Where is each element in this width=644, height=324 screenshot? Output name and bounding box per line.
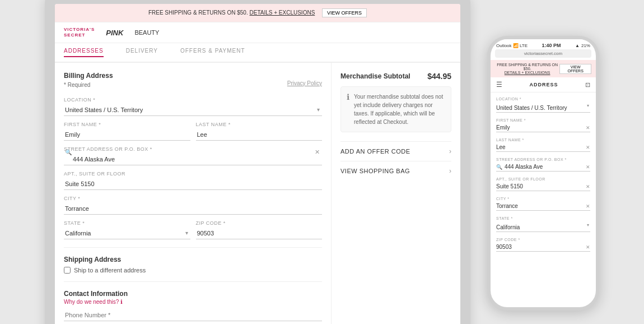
phone-nav-title: ADDRESS	[529, 82, 558, 87]
phone-city-input[interactable]	[496, 202, 586, 210]
phone-last-name-group: LAST NAME * ✕	[496, 138, 590, 152]
phone-state-label: STATE *	[496, 216, 590, 220]
last-name-input[interactable]	[196, 129, 323, 141]
phone-zip-label: ZIP CODE *	[496, 238, 590, 242]
phone-last-name-input[interactable]	[496, 143, 586, 151]
location-select[interactable]: United States / U.S. Territory	[64, 104, 322, 116]
banner-details-link[interactable]: DETAILS + EXCLUSIONS	[250, 10, 315, 16]
view-bag-row[interactable]: VIEW SHOPPING BAG ›	[340, 161, 451, 180]
phone-state-select[interactable]: California	[496, 223, 590, 232]
laptop: FREE SHIPPING & RETURNS ON $50. DETAILS …	[45, 0, 470, 324]
phone-group	[64, 309, 322, 321]
contact-why: Why do we need this? ℹ	[64, 299, 322, 305]
add-offer-arrow: ›	[449, 147, 451, 155]
nav-beauty[interactable]: BEAUTY	[134, 29, 159, 36]
step-delivery[interactable]: DELIVERY	[126, 48, 158, 57]
city-group: CITY *	[64, 196, 322, 215]
phone-apt-group: APT., SUITE OR FLOOR ✕	[496, 177, 590, 191]
main-content: Billing Address * Required Privacy Polic…	[55, 63, 460, 324]
merch-subtotal-row: Merchandise Subtotal $44.95	[340, 72, 451, 81]
phone-apt-label: APT., SUITE OR FLOOR	[496, 177, 590, 181]
ship-different-label[interactable]: Ship to a different address	[64, 267, 322, 274]
shipping-section: Shipping Address Ship to a different add…	[64, 256, 322, 274]
phone-last-name-clear[interactable]: ✕	[586, 145, 590, 150]
phone-street-label: STREET ADDRESS OR P.O. BOX *	[496, 158, 590, 161]
privacy-link[interactable]: Privacy Policy	[287, 80, 322, 86]
phone-city-wrapper: ✕	[496, 202, 590, 211]
step-addresses[interactable]: ADDRESSES	[64, 48, 104, 57]
phone-first-name-label: FIRST NAME *	[496, 118, 590, 122]
phone-nav-copy-icon[interactable]: ⊡	[585, 81, 590, 89]
contact-why-icon[interactable]: ℹ	[120, 299, 123, 305]
phone-zip-clear[interactable]: ✕	[586, 244, 590, 250]
first-name-group: FIRST NAME *	[64, 122, 190, 141]
location-label: LOCATION *	[64, 97, 322, 103]
phone-signal: ▲	[575, 43, 580, 48]
zip-input[interactable]	[196, 228, 323, 239]
phone-first-name-input[interactable]	[496, 123, 586, 132]
zip-group: ZIP CODE *	[196, 220, 323, 239]
phone-street-wrapper: 🔍 ✕	[496, 163, 590, 172]
city-input[interactable]	[64, 203, 322, 215]
name-row: FIRST NAME * LAST NAME *	[64, 122, 322, 141]
laptop-screen: FREE SHIPPING & RETURNS ON $50. DETAILS …	[55, 4, 460, 324]
phone-banner-btn[interactable]: VIEW OFFERS	[559, 64, 591, 74]
phone-last-name-wrapper: ✕	[496, 143, 590, 152]
street-input[interactable]	[64, 154, 322, 165]
phone-carrier: Outlook 📶 LTE	[496, 43, 528, 48]
zip-label: ZIP CODE *	[196, 220, 323, 226]
view-bag-arrow: ›	[449, 167, 451, 175]
state-zip-row: STATE * California ZIP CODE *	[64, 220, 322, 239]
phone-city-clear[interactable]: ✕	[586, 203, 590, 209]
nav-pink[interactable]: PINK	[106, 29, 123, 37]
street-clear-icon[interactable]: ✕	[315, 149, 320, 156]
phone-form-body: LOCATION * United States / U.S. Territor…	[491, 92, 596, 262]
phone-city-label: CITY *	[496, 197, 590, 201]
phone-url-bar[interactable]: victoriassecret.com	[495, 49, 591, 58]
phone-banner: FREE SHIPPING & RETURNS ON $50. DETAILS …	[491, 60, 596, 77]
phone-first-name-clear[interactable]: ✕	[586, 125, 590, 131]
required-note: * Required	[64, 82, 113, 88]
phone-street-input[interactable]	[505, 163, 586, 171]
phone-nav: ☰ ADDRESS ⊡	[491, 77, 596, 92]
phone-battery: 21%	[581, 43, 590, 48]
view-offers-button[interactable]: VIEW OFFERS	[322, 8, 367, 17]
phone-banner-details[interactable]: DETAILS + EXCLUSIONS	[495, 71, 559, 75]
nav-bar: VICTORIA'S SECRET PINK BEAUTY	[55, 22, 460, 43]
phone-zip-group: ZIP CODE * ✕	[496, 238, 590, 252]
ship-different-checkbox[interactable]	[64, 267, 71, 274]
phone-input[interactable]	[64, 309, 322, 321]
scene: FREE SHIPPING & RETURNS ON $50. DETAILS …	[11, 11, 633, 324]
first-name-input[interactable]	[64, 129, 190, 141]
first-name-label: FIRST NAME *	[64, 122, 190, 127]
form-area: Billing Address * Required Privacy Polic…	[55, 63, 332, 324]
phone-location-select-wrapper: United States / U.S. Territory	[496, 102, 590, 113]
phone-street-group: STREET ADDRESS OR P.O. BOX * 🔍 ✕	[496, 158, 590, 172]
view-bag-text: VIEW SHOPPING BAG	[340, 168, 410, 174]
phone-city-group: CITY * ✕	[496, 197, 590, 211]
apt-label: APT., SUITE OR FLOOR	[64, 171, 322, 177]
state-select[interactable]: California	[64, 228, 190, 239]
phone-state-group: STATE * California	[496, 216, 590, 232]
apt-input[interactable]	[64, 178, 322, 190]
info-text: Your merchandise subtotal does not yet i…	[354, 92, 445, 126]
divider-shipping	[64, 247, 322, 248]
street-group: STREET ADDRESS OR P.O. BOX * 🔍 ✕	[64, 146, 322, 165]
state-label: STATE *	[64, 220, 190, 226]
phone-street-clear[interactable]: ✕	[586, 164, 590, 170]
top-banner: FREE SHIPPING & RETURNS ON $50. DETAILS …	[55, 4, 460, 22]
street-search-icon: 🔍	[65, 149, 72, 155]
city-label: CITY *	[64, 196, 322, 201]
step-offers-payment[interactable]: OFFERS & PAYMENT	[180, 48, 245, 57]
add-offer-row[interactable]: ADD AN OFFER CODE ›	[340, 141, 451, 161]
phone-banner-text: FREE SHIPPING & RETURNS ON $50. DETAILS …	[495, 63, 559, 75]
info-icon: ℹ	[347, 92, 349, 126]
phone-apt-clear[interactable]: ✕	[586, 184, 590, 189]
contact-section: Contact Information Why do we need this?…	[64, 290, 322, 321]
phone-zip-input[interactable]	[496, 243, 586, 251]
hamburger-icon[interactable]: ☰	[496, 81, 502, 89]
phone-apt-input[interactable]	[496, 182, 586, 191]
phone-state-select-wrapper: California	[496, 221, 590, 232]
shipping-title: Shipping Address	[64, 256, 322, 263]
phone-location-select[interactable]: United States / U.S. Territory	[496, 104, 590, 112]
